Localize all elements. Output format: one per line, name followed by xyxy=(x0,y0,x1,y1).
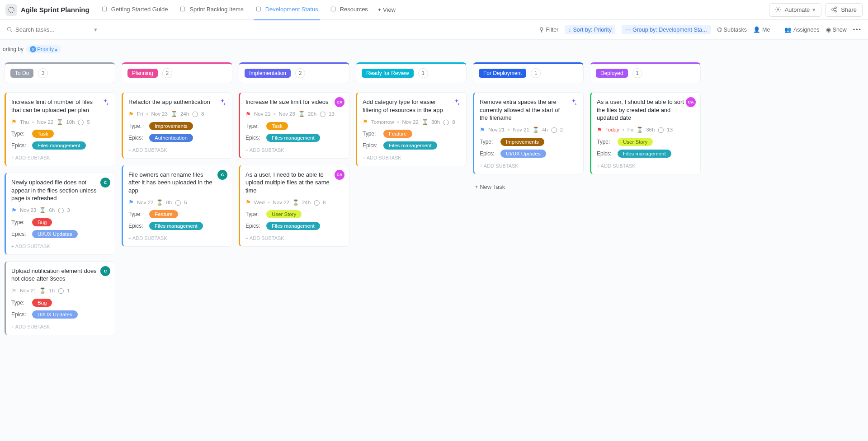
tag-files[interactable]: Files management xyxy=(266,222,320,230)
add-view-button[interactable]: + View xyxy=(373,4,400,16)
add-subtask-button[interactable]: + ADD SUBTASK xyxy=(480,161,578,170)
filter-button[interactable]: ⚲Filter xyxy=(539,26,558,33)
tag-bug[interactable]: Bug xyxy=(32,299,52,307)
priority-flag-icon[interactable]: ⚑ xyxy=(245,111,251,117)
view-tab[interactable]: Resources xyxy=(325,3,373,17)
priority-flag-icon[interactable]: ⚑ xyxy=(128,111,134,117)
add-subtask-button[interactable]: + ADD SUBTASK xyxy=(11,322,109,331)
tag-files[interactable]: Files management xyxy=(149,222,203,230)
task-card[interactable]: Add category type for easier filtering o… xyxy=(356,92,467,166)
group-button[interactable]: ▭Group by: Development Sta... xyxy=(622,25,711,34)
view-tab[interactable]: Sprint Backlog Items xyxy=(174,3,249,17)
hourglass-icon: ⌛ xyxy=(533,127,539,133)
priority-flag-icon[interactable]: ⚑ xyxy=(128,199,134,206)
tag-userstory[interactable]: User Story xyxy=(266,210,302,218)
column-planning: Planning2Refactor the app authentication… xyxy=(122,62,232,253)
add-subtask-button[interactable]: + ADD SUBTASK xyxy=(11,153,109,162)
view-icon xyxy=(255,6,263,13)
tag-feature[interactable]: Feature xyxy=(383,130,412,138)
priority-flag-icon[interactable]: ⚑ xyxy=(363,118,368,125)
sort-pill[interactable]: ✕ Priority ▴ xyxy=(26,45,61,53)
subtask-count: 1 xyxy=(67,288,70,293)
tag-files[interactable]: Files management xyxy=(618,150,671,158)
view-tab[interactable]: Getting Started Guide xyxy=(96,3,174,17)
priority-flag-icon[interactable]: ⚑ xyxy=(11,207,17,214)
tag-task[interactable]: Task xyxy=(32,130,54,138)
task-card[interactable]: CAAs a user, I need to be able to upload… xyxy=(239,165,349,247)
subtask-count-icon: ◯ xyxy=(175,199,181,206)
card-title: Add category type for easier filtering o… xyxy=(363,98,461,114)
assignees-button[interactable]: 👥Assignees xyxy=(784,26,820,33)
date-start: Nov 21 xyxy=(20,288,36,293)
app-title: Agile Sprint Planning xyxy=(21,6,90,14)
share-button[interactable]: Share xyxy=(825,3,863,17)
me-button[interactable]: 👤Me xyxy=(753,26,770,33)
tag-improvements[interactable]: Improvements xyxy=(500,138,544,146)
view-tab[interactable]: Development Status xyxy=(250,3,324,17)
subtask-count-icon: ◯ xyxy=(320,111,326,117)
tag-uiux[interactable]: UI/UX Updates xyxy=(32,230,78,238)
add-subtask-button[interactable]: + ADD SUBTASK xyxy=(128,145,226,155)
tag-userstory[interactable]: User Story xyxy=(618,138,653,146)
add-subtask-button[interactable]: + ADD SUBTASK xyxy=(245,145,344,155)
date-start: Tomorrow xyxy=(371,119,394,125)
assignee-avatar[interactable]: CA xyxy=(335,97,344,107)
subtask-count-icon: ◯ xyxy=(58,287,64,294)
tag-task[interactable]: Task xyxy=(266,122,288,130)
assignee-avatar[interactable]: CA xyxy=(335,170,344,180)
search-input[interactable] xyxy=(15,26,91,33)
automate-button[interactable]: Automate ▾ xyxy=(769,3,822,17)
assignee-avatar[interactable]: C xyxy=(100,178,110,188)
tag-files[interactable]: Files management xyxy=(383,141,437,150)
priority-flag-icon[interactable]: ⚑ xyxy=(597,127,602,133)
assignee-avatar[interactable]: CA xyxy=(686,97,696,107)
chevron-down-icon[interactable]: ▾ xyxy=(94,26,97,33)
column-header[interactable]: Planning2 xyxy=(122,62,232,83)
add-subtask-button[interactable]: + ADD SUBTASK xyxy=(245,234,344,243)
task-card[interactable]: CAAs a user, I should be able to sort th… xyxy=(590,92,701,174)
column-header[interactable]: For Deployment1 xyxy=(473,62,584,83)
svg-rect-3 xyxy=(256,7,260,11)
add-subtask-button[interactable]: + ADD SUBTASK xyxy=(597,161,695,170)
task-card[interactable]: CAIncrease file size limit for videos⚑No… xyxy=(239,92,349,159)
assignee-avatar[interactable]: C xyxy=(217,170,227,180)
show-button[interactable]: ◉Show xyxy=(826,26,847,33)
task-card[interactable]: CNewly uploaded file does not appear in … xyxy=(5,173,115,255)
priority-flag-icon[interactable]: ⚑ xyxy=(480,127,485,133)
search-box[interactable]: ▾ xyxy=(6,26,97,33)
assignee-avatar[interactable]: C xyxy=(100,266,110,276)
close-icon[interactable]: ✕ xyxy=(30,46,36,52)
priority-flag-icon[interactable]: ⚑ xyxy=(11,287,17,294)
priority-flag-icon[interactable]: ⚑ xyxy=(245,199,251,206)
tag-uiux[interactable]: UI/UX Updates xyxy=(500,150,546,158)
add-subtask-button[interactable]: + ADD SUBTASK xyxy=(11,242,109,251)
column-header[interactable]: To Do3 xyxy=(5,62,115,83)
new-task-button[interactable]: + New Task xyxy=(473,181,584,193)
subtask-count-icon: ◯ xyxy=(551,127,557,133)
add-subtask-button[interactable]: + ADD SUBTASK xyxy=(363,153,461,162)
tag-feature[interactable]: Feature xyxy=(149,210,178,218)
tag-bug[interactable]: Bug xyxy=(32,218,52,226)
column-header[interactable]: Implementation2 xyxy=(239,62,349,83)
tag-improvements[interactable]: Improvements xyxy=(149,122,193,130)
column-header[interactable]: Ready for Review1 xyxy=(356,62,467,83)
task-card[interactable]: Remove extra spaces the are currently al… xyxy=(473,92,584,174)
add-subtask-button[interactable]: + ADD SUBTASK xyxy=(128,234,226,243)
type-label: Type: xyxy=(11,300,32,306)
tag-auth[interactable]: Authentication xyxy=(149,134,193,142)
tag-files[interactable]: Files management xyxy=(266,134,320,142)
task-card[interactable]: Increase limit of number of files that c… xyxy=(5,92,115,166)
svg-rect-4 xyxy=(331,7,335,11)
tag-files[interactable]: Files management xyxy=(32,141,86,150)
task-card[interactable]: Refactor the app authentication⚑Fri•Nov … xyxy=(122,92,232,159)
priority-flag-icon[interactable]: ⚑ xyxy=(11,118,17,125)
column-header[interactable]: Deployed1 xyxy=(590,62,701,83)
subtask-count: 3 xyxy=(67,207,70,213)
subtasks-button[interactable]: ⌬Subtasks xyxy=(717,26,747,33)
task-card[interactable]: CFile owners can rename files after it h… xyxy=(122,165,232,247)
sort-button[interactable]: ↕Sort by: Priority xyxy=(565,25,615,34)
tag-uiux[interactable]: UI/UX Updates xyxy=(32,310,78,319)
task-card[interactable]: CUpload notification element does not cl… xyxy=(5,261,115,335)
svg-point-9 xyxy=(7,27,11,31)
more-menu-button[interactable]: ••• xyxy=(853,27,862,33)
